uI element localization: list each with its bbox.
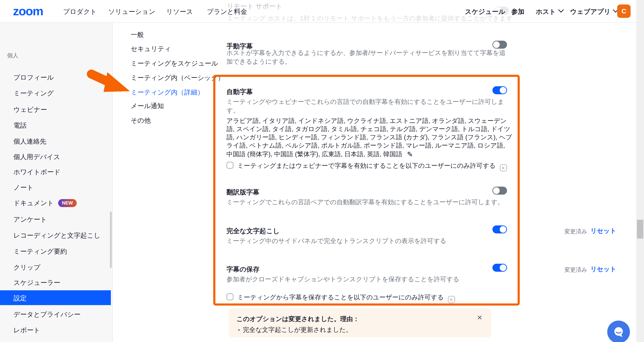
visibility-badge-icon[interactable]: v. [500,164,507,171]
save-captions-modified-label: 変更済み [564,266,587,274]
page-scrollbar-track[interactable] [636,0,644,342]
sidebar-item-profile[interactable]: プロフィール [14,73,54,82]
save-captions-restrict-label: ミーティングから字幕を保存することを以下のユーザーにのみ許可するv. [237,293,455,302]
toggle-knob [500,264,506,271]
nav-resources[interactable]: リソース [166,7,193,16]
auto-captions-title: 自動字幕 [226,87,253,96]
avatar[interactable]: C [617,4,630,18]
sidebar-item-notes[interactable]: ノート [14,183,34,192]
manual-captions-toggle[interactable] [492,41,507,49]
nav-webapp-menu[interactable]: ウェブアプリ [570,7,617,16]
change-notification: このオプションは変更されました。理由： •完全な文字起こしが更新されました。 ✕ [228,308,491,338]
tab-in-meeting-basic[interactable]: ミーティング内（ベーシック） [131,73,224,82]
notification-bullet-text: 完全な文字起こしが更新されました。 [243,326,352,333]
chevron-down-icon [558,7,564,13]
tab-email-notifications[interactable]: メール通知 [131,102,164,111]
auto-captions-desc: ミーティングやウェビナーでこれらの言語での自動字幕を有効にすることをユーザーに許… [226,98,511,115]
chat-bubble-icon [607,321,630,342]
nav-webapp-label: ウェブアプリ [570,8,610,15]
notification-bullet: •完全な文字起こしが更新されました。 [238,326,352,334]
tab-security[interactable]: セキュリティ [131,44,171,53]
language-list-text: アラビア語, イタリア語, インドネシア語, ウクライナ語, エストニア語, オ… [226,117,512,158]
visibility-badge-icon[interactable]: v. [448,296,455,303]
nav-schedule[interactable]: スケジュール [465,7,505,16]
auto-captions-restrict-checkbox[interactable] [226,162,234,169]
toggle-knob [493,187,500,194]
save-captions-reset-link[interactable]: リセット [590,265,616,273]
sidebar-item-meetings[interactable]: ミーティング [14,89,54,98]
checkbox-label-text: ミーティングから字幕を保存することを以下のユーザーにのみ許可する [237,294,444,301]
sidebar-item-reports[interactable]: レポート [14,326,40,335]
full-transcript-toggle[interactable] [492,225,507,233]
new-badge: NEW [58,199,77,207]
save-captions-restrict-checkbox[interactable] [226,293,234,300]
tab-schedule-meeting[interactable]: ミーティングをスケジュール [131,59,218,68]
sidebar-item-recordings[interactable]: レコーディングと文字起こし [14,231,100,240]
tab-other[interactable]: その他 [131,116,151,125]
sidebar-item-devices[interactable]: 個人用デバイス [14,153,60,162]
nav-host-label: ホスト [536,8,556,15]
sidebar-item-surveys[interactable]: アンケート [14,215,47,224]
save-captions-title: 字幕の保存 [226,265,260,274]
tab-in-meeting-advanced[interactable]: ミーティング内（詳細） [131,88,204,97]
nav-solutions[interactable]: ソリューション [108,7,155,16]
sidebar-item-webinars[interactable]: ウェビナー [14,105,47,114]
sidebar-item-whiteboard[interactable]: ホワイトボード [14,168,60,176]
save-captions-toggle[interactable] [492,264,507,272]
auto-captions-toggle[interactable] [492,86,507,94]
page-scrollbar-thumb[interactable] [637,220,643,239]
zoom-logo[interactable]: zoom [13,4,43,18]
notification-title: このオプションは変更されました。理由： [236,315,359,323]
translated-captions-toggle[interactable] [492,187,507,195]
app-header: リモート サポート ミーティング ホストは、1対 1 のリモート サポートをもう… [0,0,644,23]
sidebar-item-settings[interactable]: 設定 [14,294,26,303]
translated-captions-title: 翻訳版字幕 [226,188,260,197]
auto-captions-restrict-label: ミーティングまたはウェビナーで字幕を有効にすることを以下のユーザーにのみ許可する… [237,162,507,170]
sidebar-item-phone[interactable]: 電話 [14,121,26,130]
checkbox-label-text: ミーティングまたはウェビナーで字幕を有効にすることを以下のユーザーにのみ許可する [237,162,496,169]
save-captions-desc: 参加者がクローズドキャプションやトランスクリプトを保存することを許可する [226,275,511,284]
full-transcript-reset-link[interactable]: リセット [590,227,616,235]
sidebar-item-clips[interactable]: クリップ [14,263,40,272]
sidebar-item-summaries[interactable]: ミーティング要約 [14,247,67,256]
manual-captions-desc: ホストが字幕を入力できるようにするか、参加者/サードパーティサービスを割り当てて… [226,49,511,66]
sidebar-section-personal: 個人 [7,52,18,59]
sidebar-item-contacts[interactable]: 個人連絡先 [14,137,46,146]
sidebar-item-docs-label: ドキュメント [14,199,54,207]
translated-captions-desc: ミーティングでこれらの言語ペアでの自動翻訳字幕を有効にすることをユーザーに許可し… [226,198,511,207]
full-transcript-title: 完全な文字起こし [226,227,280,235]
sidebar-item-docs[interactable]: ドキュメント NEW [14,199,77,207]
tab-general[interactable]: 一般 [131,30,144,39]
nav-host-menu[interactable]: ホスト [536,7,562,16]
sidebar-scrollbar[interactable] [110,211,112,268]
edit-pencil-icon[interactable]: ✎ [407,150,413,159]
nav-join[interactable]: 参加 [511,7,524,16]
full-transcript-desc: ミーティング中のサイドパネルで完全なトランスクリプトの表示を許可する [226,237,511,245]
sidebar: 個人 プロフィール ミーティング ウェビナー 電話 個人連絡先 個人用デバイス … [0,22,113,342]
full-transcript-modified-label: 変更済み [564,228,587,235]
toggle-knob [500,87,506,94]
close-icon[interactable]: ✕ [477,314,482,322]
chat-support-button[interactable] [607,321,630,342]
toggle-knob [493,41,500,48]
sidebar-item-scheduler[interactable]: スケジューラー [14,278,60,287]
nav-products[interactable]: プロダクト [63,7,97,16]
sidebar-item-data-privacy[interactable]: データとプライバシー [14,310,80,319]
bullet-dot: • [238,327,240,333]
toggle-knob [500,226,506,233]
auto-captions-language-list: アラビア語, イタリア語, インドネシア語, ウクライナ語, エストニア語, オ… [226,117,512,159]
nav-plans-pricing[interactable]: プランと料金 [207,7,247,16]
